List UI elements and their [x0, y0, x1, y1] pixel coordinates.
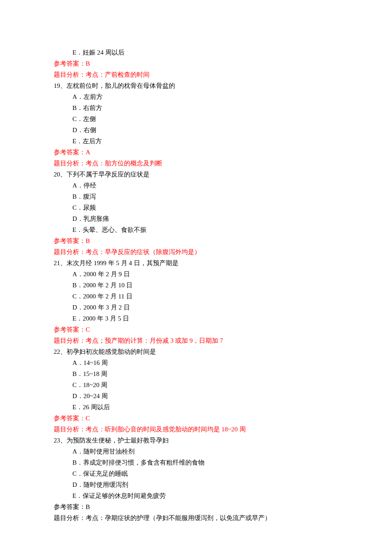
- option-label: E．: [72, 492, 83, 499]
- analysis-label: 题目分析：: [54, 249, 86, 255]
- q19-answer: 参考答案：A: [54, 147, 338, 158]
- option-text: 保证充足的睡眠: [83, 470, 128, 477]
- analysis-label: 题目分析：: [54, 515, 86, 521]
- q23-option-c: C．保证充足的睡眠: [54, 468, 338, 479]
- q22-option-e: E．26 周以后: [54, 402, 338, 413]
- analysis-label: 题目分析：: [54, 426, 86, 433]
- option-text: 保证足够的休息时间避免疲劳: [83, 492, 166, 499]
- q23-option-d: D．随时使用缓泻剂: [54, 479, 338, 490]
- option-text: 2000 年 2 月 11 日: [83, 293, 133, 300]
- analysis-text: 考点：听到胎心音的时间及感觉胎动的时间均是 18~20 周: [86, 426, 246, 433]
- q21-option-c: C．2000 年 2 月 11 日: [54, 291, 338, 302]
- q21-option-a: A．2000 年 2 月 9 日: [54, 269, 338, 280]
- option-text: 头晕、恶心、食欲不振: [83, 226, 147, 233]
- q22-option-b: B．15~18 周: [54, 368, 338, 379]
- answer-label: 参考答案：: [54, 503, 86, 510]
- q18-answer: 参考答案：B: [54, 58, 338, 69]
- q21-stem: 21、末次月经 1999 年 5 月 4 日，其预产期是: [54, 257, 338, 269]
- option-text: 20~24 周: [84, 393, 108, 399]
- q23-option-e: E．保证足够的休息时间避免疲劳: [54, 490, 338, 501]
- answer-value: C: [86, 415, 90, 422]
- analysis-text: 考点：产前检查的时间: [86, 71, 150, 78]
- q23-analysis: 题目分析：考点：孕期症状的护理（孕妇不能服用缓泻剂，以免流产或早产）: [54, 512, 338, 523]
- q22-stem: 22、初孕妇初次能感觉胎动的时间是: [54, 346, 338, 357]
- q20-stem: 20、下列不属于早孕反应的症状是: [54, 169, 338, 180]
- document-page: E．妊娠 24 周以后 参考答案：B 题目分析：考点：产前检查的时间 19、左枕…: [0, 0, 392, 549]
- answer-value: B: [86, 237, 90, 244]
- option-label: E．: [72, 49, 83, 56]
- answer-value: B: [86, 503, 90, 510]
- option-label: C．: [72, 204, 83, 211]
- option-text: 2000 年 3 月 5 日: [83, 315, 129, 322]
- option-label: C．: [72, 382, 83, 388]
- option-text: 停经: [84, 182, 96, 189]
- q22-answer: 参考答案：C: [54, 413, 338, 424]
- q22-analysis: 题目分析：考点：听到胎心音的时间及感觉胎动的时间均是 18~20 周: [54, 424, 338, 435]
- q19-stem: 19、左枕前位时，胎儿的枕骨在母体骨盆的: [54, 80, 338, 91]
- analysis-text: 考点；预产期的计算：月份减 3 或加 9，日期加 7: [86, 337, 223, 344]
- option-label: E．: [72, 315, 83, 322]
- answer-label: 参考答案：: [54, 415, 86, 422]
- answer-value: C: [86, 326, 90, 333]
- q22-option-a: A．14~16 周: [54, 357, 338, 368]
- option-label: E．: [72, 226, 83, 233]
- option-text: 右侧: [84, 127, 96, 133]
- option-label: A．: [72, 182, 84, 189]
- answer-label: 参考答案：: [54, 326, 86, 333]
- option-label: A．: [72, 271, 84, 278]
- option-label: B．: [72, 104, 83, 111]
- q23-option-b: B．养成定时排便习惯，多食含有粗纤维的食物: [54, 457, 338, 468]
- q20-option-a: A．停经: [54, 180, 338, 191]
- q19-option-e: E．左后方: [54, 136, 338, 147]
- option-label: C．: [72, 470, 83, 477]
- option-text: 26 周以后: [83, 404, 110, 410]
- analysis-label: 题目分析：: [54, 337, 86, 344]
- q21-answer: 参考答案：C: [54, 324, 338, 335]
- option-text: 右前方: [83, 104, 102, 111]
- q22-option-d: D．20~24 周: [54, 390, 338, 402]
- option-label: A．: [72, 93, 84, 100]
- option-text: 2000 年 3 月 2 日: [84, 304, 130, 311]
- option-text: 养成定时排便习惯，多食含有粗纤维的食物: [83, 459, 205, 466]
- q19-option-b: B．右前方: [54, 102, 338, 113]
- q20-option-b: B．腹泻: [54, 191, 338, 202]
- option-text: 随时使用甘油栓剂: [84, 448, 135, 455]
- option-text: 2000 年 2 月 9 日: [84, 271, 130, 278]
- option-text: 乳房胀痛: [84, 215, 109, 222]
- option-text: 尿频: [83, 204, 96, 211]
- q18-option-e: E．妊娠 24 周以后: [54, 47, 338, 58]
- q20-option-d: D．乳房胀痛: [54, 213, 338, 224]
- option-label: A．: [72, 359, 84, 366]
- option-text: 2000 年 2 月 10 日: [83, 282, 133, 289]
- option-label: E．: [72, 138, 83, 145]
- analysis-label: 题目分析：: [54, 160, 86, 167]
- q23-option-a: A．随时使用甘油栓剂: [54, 446, 338, 457]
- q21-option-d: D．2000 年 3 月 2 日: [54, 302, 338, 313]
- option-label: A．: [72, 448, 84, 455]
- answer-label: 参考答案：: [54, 237, 86, 244]
- answer-label: 参考答案：: [54, 149, 86, 156]
- option-label: B．: [72, 282, 83, 289]
- option-label: D．: [72, 393, 84, 399]
- option-text: 15~18 周: [83, 370, 107, 377]
- option-label: D．: [72, 215, 84, 222]
- option-label: D．: [72, 481, 84, 488]
- q21-option-b: B．2000 年 2 月 10 日: [54, 280, 338, 291]
- q23-stem: 23、为预防发生便秘，护士最好教导孕妇: [54, 435, 338, 446]
- q21-option-e: E．2000 年 3 月 5 日: [54, 313, 338, 324]
- option-text: 妊娠 24 周以后: [83, 49, 124, 56]
- q19-option-c: C．左侧: [54, 113, 338, 124]
- option-text: 随时使用缓泻剂: [84, 481, 128, 488]
- analysis-text: 考点：胎方位的概念及判断: [86, 160, 162, 167]
- analysis-text: 考点：早孕反应的症状（除腹泻外均是）: [86, 249, 201, 255]
- q21-analysis: 题目分析：考点；预产期的计算：月份减 3 或加 9，日期加 7: [54, 335, 338, 346]
- option-label: D．: [72, 127, 84, 133]
- q20-analysis: 题目分析：考点：早孕反应的症状（除腹泻外均是）: [54, 246, 338, 257]
- answer-value: A: [86, 149, 90, 156]
- q19-analysis: 题目分析：考点：胎方位的概念及判断: [54, 158, 338, 169]
- option-label: B．: [72, 459, 83, 466]
- q19-option-a: A．左前方: [54, 91, 338, 102]
- q23-answer: 参考答案：B: [54, 501, 338, 512]
- q22-option-c: C．18~20 周: [54, 379, 338, 390]
- option-text: 左侧: [83, 116, 96, 122]
